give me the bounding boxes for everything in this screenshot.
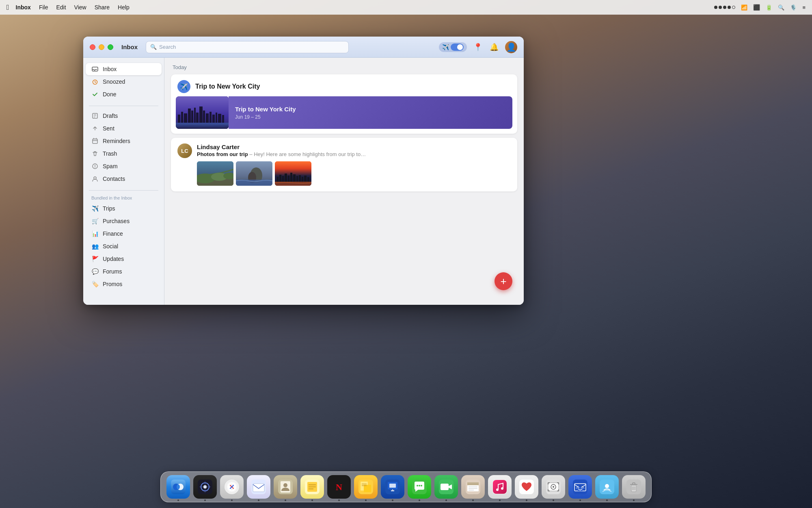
email-thread-1[interactable]: ✈️ Trip to New York City xyxy=(171,74,517,134)
sidebar-item-drafts-label: Drafts xyxy=(103,113,118,119)
pin-toggle[interactable]: ✈️ xyxy=(439,42,467,52)
search-icon: 🔍 xyxy=(150,44,157,50)
sidebar-item-snoozed[interactable]: Snoozed xyxy=(86,76,162,88)
main-area: Inbox Snoozed xyxy=(83,58,524,305)
dock-mail[interactable] xyxy=(247,475,270,499)
sidebar-item-finance-label: Finance xyxy=(103,230,123,237)
list-icon[interactable]: ≡ xyxy=(802,4,806,11)
sidebar-item-trips-label: Trips xyxy=(103,205,115,212)
apple-menu[interactable]:  xyxy=(6,3,9,12)
draft-icon xyxy=(91,112,99,119)
sidebar-item-purchases-label: Purchases xyxy=(103,218,130,224)
dock-messages[interactable] xyxy=(408,475,431,499)
sidebar-item-trash[interactable]: Trash xyxy=(86,148,162,160)
dock-finder[interactable] xyxy=(166,475,190,499)
sidebar-item-finance[interactable]: 📊 Finance xyxy=(86,228,162,240)
svg-rect-45 xyxy=(275,182,311,186)
airplay-icon: ⬛ xyxy=(753,4,760,11)
sidebar-item-contacts[interactable]: Contacts xyxy=(86,173,162,185)
thread-2-sender: Lindsay Carter xyxy=(197,143,511,150)
dock-screenshot[interactable] xyxy=(542,475,565,499)
search-menubar-icon[interactable]: 🔍 xyxy=(778,4,784,11)
nyc-preview-image xyxy=(176,96,229,129)
sidebar-item-done[interactable]: Done xyxy=(86,88,162,100)
compose-fab[interactable]: + xyxy=(495,272,512,290)
thread-2-preview-text: – Hey! Here are some highlights from our… xyxy=(249,151,366,157)
svg-rect-0 xyxy=(92,67,98,71)
sidebar-secondary-section: Drafts Sent xyxy=(83,109,164,185)
sidebar-item-spam[interactable]: Spam xyxy=(86,160,162,172)
menubar-view[interactable]: View xyxy=(74,4,86,11)
svg-rect-76 xyxy=(389,484,396,488)
sidebar-item-purchases[interactable]: 🛒 Purchases xyxy=(86,215,162,227)
dock-stickies[interactable] xyxy=(354,475,378,499)
sidebar-item-trash-label: Trash xyxy=(103,150,117,157)
trips-icon: ✈️ xyxy=(91,205,99,212)
thread-1-subject: Trip to New York City xyxy=(195,83,260,90)
dock-netflix[interactable]: N xyxy=(327,475,351,499)
sidebar-item-sent[interactable]: Sent xyxy=(86,122,162,135)
dot-2 xyxy=(719,6,722,9)
dock-launchpad[interactable] xyxy=(193,475,217,499)
dock-keynote[interactable] xyxy=(381,475,404,499)
dot-1 xyxy=(714,6,717,9)
dock-health[interactable] xyxy=(515,475,538,499)
dock-music[interactable] xyxy=(488,475,512,499)
spam-icon xyxy=(91,163,99,170)
svg-text:N: N xyxy=(336,482,342,492)
svg-point-104 xyxy=(605,484,609,488)
maximize-button[interactable] xyxy=(108,44,113,50)
close-button[interactable] xyxy=(90,44,95,50)
trip-info-card: Trip to New York City Jun 19 – 25 xyxy=(229,96,512,129)
svg-rect-15 xyxy=(203,111,205,125)
photo-thumb-2 xyxy=(236,161,272,186)
dock-news[interactable] xyxy=(461,475,485,499)
search-input[interactable]: Search xyxy=(159,44,176,50)
menubar-app-name[interactable]: Inbox xyxy=(16,4,31,11)
sidebar-item-updates[interactable]: 🚩 Updates xyxy=(86,253,162,265)
search-bar[interactable]: 🔍 Search xyxy=(146,41,349,53)
svg-rect-100 xyxy=(573,480,587,494)
svg-point-49 xyxy=(177,484,180,489)
menubar-share[interactable]: Share xyxy=(95,4,110,11)
svg-rect-12 xyxy=(194,108,196,125)
sidebar: Inbox Snoozed xyxy=(83,58,164,305)
menubar-edit[interactable]: Edit xyxy=(56,4,66,11)
email-thread-2[interactable]: LC Lindsay Carter Photos from our trip –… xyxy=(171,138,517,191)
avatar-image: 👤 xyxy=(506,42,516,52)
toggle-switch[interactable] xyxy=(451,43,464,51)
notification-bell-btn[interactable]: 📍 xyxy=(473,42,483,52)
dock-notes[interactable] xyxy=(300,475,324,499)
dock-safari[interactable] xyxy=(220,475,244,499)
bell-btn[interactable]: 🔔 xyxy=(489,42,499,52)
sidebar-item-promos[interactable]: 🏷️ Promos xyxy=(86,278,162,290)
user-avatar[interactable]: 👤 xyxy=(505,41,517,53)
wifi-icon: 📶 xyxy=(741,4,747,11)
pin-marker-icon: 📍 xyxy=(473,43,482,52)
sidebar-item-social[interactable]: 👥 Social xyxy=(86,240,162,252)
menubar-help[interactable]: Help xyxy=(118,4,130,11)
plane-icon: ✈️ xyxy=(177,80,190,93)
svg-rect-11 xyxy=(191,111,193,125)
microphone-icon[interactable]: 🎙️ xyxy=(790,4,797,11)
sidebar-item-reminders[interactable]: Reminders xyxy=(86,135,162,147)
sidebar-item-drafts[interactable]: Drafts xyxy=(86,110,162,122)
dock-facetime[interactable] xyxy=(434,475,458,499)
trip-card-title: Trip to New York City xyxy=(235,106,506,113)
svg-rect-78 xyxy=(392,489,393,491)
svg-point-93 xyxy=(496,488,499,491)
sidebar-item-forums[interactable]: 💬 Forums xyxy=(86,265,162,278)
minimize-button[interactable] xyxy=(99,44,104,50)
svg-point-81 xyxy=(419,485,420,486)
dock-airmail[interactable] xyxy=(568,475,592,499)
sidebar-item-trips[interactable]: ✈️ Trips xyxy=(86,202,162,215)
dock-airdrop[interactable] xyxy=(595,475,619,499)
svg-point-80 xyxy=(417,485,418,486)
sidebar-item-inbox[interactable]: Inbox xyxy=(86,63,162,75)
menubar-file[interactable]: File xyxy=(39,4,48,11)
contacts-icon xyxy=(91,175,99,182)
svg-rect-71 xyxy=(364,485,371,492)
dock-trash[interactable] xyxy=(622,475,646,499)
dock-contacts[interactable] xyxy=(274,475,297,499)
svg-rect-36 xyxy=(285,174,287,183)
